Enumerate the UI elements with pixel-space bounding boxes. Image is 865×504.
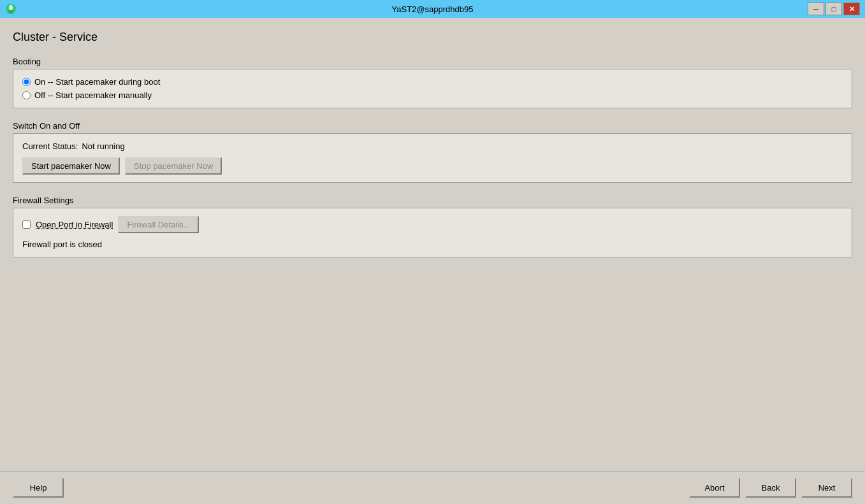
firewall-status: Firewall port is closed: [22, 240, 843, 249]
yast-icon: [5, 3, 17, 15]
radio-on-label[interactable]: On -- Start pacemaker during boot: [34, 77, 160, 87]
start-pacemaker-button[interactable]: Start pacemaker Now: [22, 157, 120, 175]
next-button[interactable]: Next: [801, 478, 852, 498]
radio-on[interactable]: On -- Start pacemaker during boot: [22, 77, 843, 87]
bottom-bar: Help Abort Back Next: [0, 471, 865, 504]
window-controls: ─ □ ✕: [808, 3, 860, 15]
firewall-section-title: Firewall Settings: [13, 196, 852, 205]
firewall-details-button[interactable]: Firewall Details...: [118, 216, 199, 233]
status-row: Current Status: Not running: [22, 141, 843, 151]
switch-button-row: Start pacemaker Now Stop pacemaker Now: [22, 157, 843, 175]
booting-section-title: Booting: [13, 57, 852, 66]
status-value: Not running: [82, 141, 124, 151]
stop-pacemaker-button[interactable]: Stop pacemaker Now: [125, 157, 222, 175]
maximize-button[interactable]: □: [825, 3, 842, 15]
firewall-section: Open Port in Firewall Firewall Details..…: [13, 208, 852, 257]
title-bar: YaST2@sapprdhdb95 ─ □ ✕: [0, 0, 865, 18]
radio-off-label[interactable]: Off -- Start pacemaker manually: [34, 90, 152, 100]
minimize-button[interactable]: ─: [808, 3, 824, 15]
open-port-checkbox[interactable]: [22, 220, 31, 229]
bottom-left-buttons: Help: [13, 478, 64, 498]
open-port-label[interactable]: Open Port in Firewall: [36, 220, 113, 229]
status-label: Current Status:: [22, 141, 78, 151]
window-title: YaST2@sapprdhdb95: [392, 4, 474, 14]
help-button[interactable]: Help: [13, 478, 64, 498]
main-content: Cluster - Service Booting On -- Start pa…: [0, 18, 865, 504]
radio-off[interactable]: Off -- Start pacemaker manually: [22, 90, 843, 100]
back-button[interactable]: Back: [745, 478, 796, 498]
radio-on-input[interactable]: [22, 78, 31, 86]
booting-section: On -- Start pacemaker during boot Off --…: [13, 69, 852, 108]
abort-button[interactable]: Abort: [689, 478, 740, 498]
switch-section: Current Status: Not running Start pacema…: [13, 133, 852, 183]
switch-section-title: Switch On and Off: [13, 121, 852, 131]
bottom-right-buttons: Abort Back Next: [689, 478, 852, 498]
radio-off-input[interactable]: [22, 91, 31, 99]
svg-point-2: [9, 5, 13, 10]
close-button[interactable]: ✕: [843, 3, 860, 15]
page-title: Cluster - Service: [13, 31, 852, 44]
booting-radio-group: On -- Start pacemaker during boot Off --…: [22, 77, 843, 100]
firewall-checkbox-row: Open Port in Firewall Firewall Details..…: [22, 216, 843, 233]
